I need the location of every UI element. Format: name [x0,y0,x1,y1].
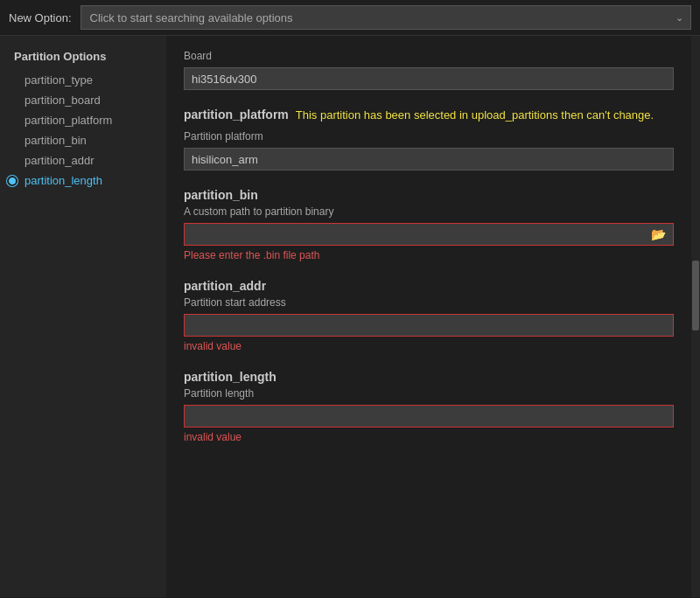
length-error-text: invalid value [184,431,674,443]
sidebar-item-partition-platform[interactable]: partition_platform [0,110,166,130]
sidebar-title: Partition Options [0,46,166,70]
addr-input[interactable] [184,314,674,337]
addr-field-label: Partition start address [184,296,674,309]
sidebar-item-label: partition_addr [24,154,94,167]
board-input[interactable] [184,67,674,90]
platform-warning-row: partition_platform This partition has be… [184,108,674,123]
board-section: Board [184,50,674,90]
sidebar-item-partition-type[interactable]: partition_type [0,70,166,90]
browse-button[interactable]: 📂 [644,223,674,246]
scrollbar-thumb[interactable] [692,261,699,330]
sidebar-item-label: partition_platform [24,114,112,127]
board-field-label: Board [184,50,674,62]
length-field-label: Partition length [184,387,674,400]
sidebar-item-label: partition_length [24,174,102,187]
bin-error-text: Please enter the .bin file path [184,249,674,261]
sidebar-item-partition-board[interactable]: partition_board [0,90,166,110]
sidebar: Partition Options partition_type partiti… [0,36,166,597]
addr-section: partition_addr Partition start address i… [184,279,674,352]
browse-icon: 📂 [651,227,666,241]
platform-section: partition_platform This partition has be… [184,108,674,170]
bin-input-group: 📂 [184,223,674,246]
length-input[interactable] [184,405,674,428]
platform-input[interactable] [184,148,674,170]
addr-error-text: invalid value [184,340,674,352]
sidebar-item-partition-length[interactable]: partition_length [0,170,166,191]
main-layout: Partition Options partition_type partiti… [0,36,700,597]
dropdown-placeholder-text: Click to start searching available optio… [90,11,293,24]
sidebar-item-label: partition_bin [24,134,87,147]
content-area: Board partition_platform This partition … [166,36,691,597]
bin-field-label: A custom path to partition binary [184,205,674,218]
new-option-dropdown[interactable]: Click to start searching available optio… [80,5,691,30]
sidebar-item-label: partition_board [24,94,101,107]
bin-section-title: partition_bin [184,188,674,202]
scrollbar-track[interactable] [691,36,700,597]
platform-warning-text: This partition has been selected in uplo… [296,108,654,123]
chevron-down-icon: ⌄ [676,12,683,24]
top-bar: New Option: Click to start searching ava… [0,0,700,36]
addr-section-title: partition_addr [184,279,674,293]
sidebar-item-label: partition_type [24,73,93,87]
sidebar-item-partition-addr[interactable]: partition_addr [0,150,166,170]
bin-section: partition_bin A custom path to partition… [184,188,674,261]
bin-input[interactable] [184,223,644,246]
sidebar-item-partition-bin[interactable]: partition_bin [0,130,166,150]
length-section: partition_length Partition length invali… [184,370,674,443]
platform-section-title: partition_platform [184,108,289,122]
platform-field-label: Partition platform [184,130,674,143]
new-option-label: New Option: [9,11,72,24]
length-section-title: partition_length [184,370,674,384]
